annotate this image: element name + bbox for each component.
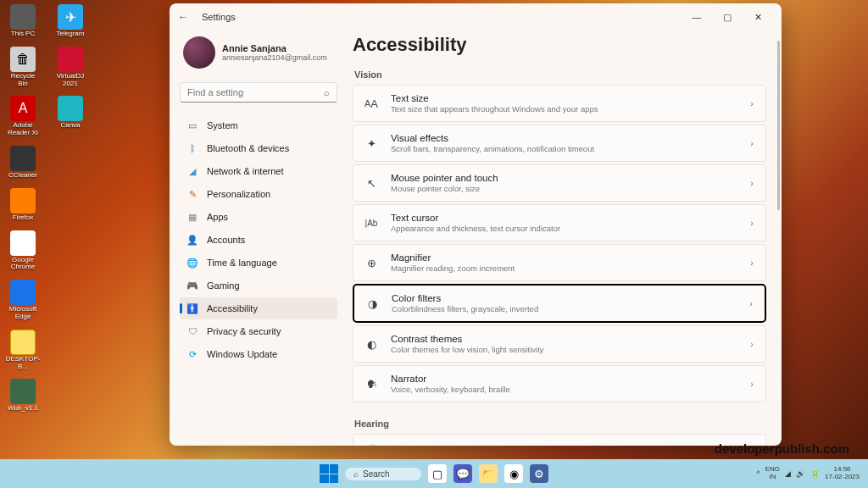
section-hearing: Hearing xyxy=(353,419,766,434)
nav-network-internet[interactable]: ◢Network & internet xyxy=(180,160,337,182)
desktop: This PC ✈Telegram 🗑Recycle Bin VirtualDJ… xyxy=(7,4,86,413)
chevron-right-icon: › xyxy=(750,178,754,188)
grid-icon: ▦ xyxy=(186,211,198,223)
desktop-icon-virtualdj[interactable]: VirtualDJ 2021 xyxy=(54,47,86,88)
audio-icon: 🔊 xyxy=(364,442,379,446)
nav-accessibility[interactable]: 🚹Accessibility xyxy=(180,297,337,319)
search-icon: ⌕ xyxy=(353,469,359,479)
chevron-right-icon: › xyxy=(750,258,754,268)
taskbar-search[interactable]: ⌕Search xyxy=(345,468,421,480)
page-title: Accessibility xyxy=(353,30,766,69)
chevron-right-icon: › xyxy=(750,379,754,389)
chevron-right-icon: › xyxy=(750,138,754,148)
search-input[interactable] xyxy=(187,87,324,97)
card-magnifier[interactable]: ⊕ MagnifierMagnifier reading, zoom incre… xyxy=(353,244,766,281)
chat-icon[interactable]: 💬 xyxy=(453,464,472,483)
minimize-button[interactable]: — xyxy=(682,5,712,29)
nav-system[interactable]: ▭System xyxy=(180,114,337,136)
card-narrator[interactable]: 🗣 NarratorVoice, verbosity, keyboard, br… xyxy=(353,365,766,402)
card-audio[interactable]: 🔊 Audio › xyxy=(353,434,766,446)
globe-icon: 🌐 xyxy=(186,257,198,269)
system-icon: ▭ xyxy=(186,119,198,131)
taskview-icon[interactable]: ▢ xyxy=(428,464,447,483)
text-cursor-icon: |Ab xyxy=(364,215,379,230)
titlebar: ← Settings — ▢ ✕ xyxy=(170,3,782,30)
chrome-taskbar-icon[interactable]: ◉ xyxy=(504,464,523,483)
explorer-icon[interactable]: 📁 xyxy=(479,464,498,483)
chevron-right-icon: › xyxy=(750,339,754,349)
desktop-icon-edge[interactable]: Microsoft Edge xyxy=(7,280,39,321)
desktop-icon-chrome[interactable]: Google Chrome xyxy=(7,230,39,272)
card-contrast-themes[interactable]: ◐ Contrast themesColor themes for low vi… xyxy=(353,325,766,363)
desktop-icon-ccleaner[interactable]: CCleaner xyxy=(7,146,39,180)
tray-chevron-icon[interactable]: ^ xyxy=(757,469,760,478)
system-tray: ^ ENGIN ◢ 🔊 🔋 14:5617-02-2023 xyxy=(757,466,860,481)
brush-icon: ✎ xyxy=(186,188,198,200)
nav-windows-update[interactable]: ⟳Windows Update xyxy=(180,343,337,365)
update-icon: ⟳ xyxy=(186,348,198,360)
nav-privacy-security[interactable]: 🛡Privacy & security xyxy=(180,320,337,342)
desktop-icon-desktop-shortcut[interactable]: DESKTOP-B... xyxy=(7,330,39,371)
profile[interactable]: Annie Sanjana anniesanjana2104@gmail.com xyxy=(180,34,337,77)
chevron-right-icon: › xyxy=(750,98,754,108)
bluetooth-icon: ᛒ xyxy=(186,142,198,154)
settings-window: ← Settings — ▢ ✕ Annie Sanjana anniesanj… xyxy=(170,3,782,446)
desktop-icon-adobe-reader[interactable]: AAdobe Reader XI xyxy=(7,96,39,137)
desktop-icon-wub[interactable]: Wub_v1.1 xyxy=(7,379,39,413)
desktop-icon-telegram[interactable]: ✈Telegram xyxy=(54,4,86,38)
narrator-icon: 🗣 xyxy=(364,376,379,391)
card-text-size[interactable]: AA Text sizeText size that appears throu… xyxy=(353,85,766,122)
back-button[interactable]: ← xyxy=(178,11,193,23)
color-filter-icon: ◑ xyxy=(364,296,380,311)
sidebar: Annie Sanjana anniesanjana2104@gmail.com… xyxy=(170,30,348,446)
card-mouse-pointer[interactable]: ↖ Mouse pointer and touchMouse pointer c… xyxy=(353,164,766,202)
card-color-filters[interactable]: ◑ Color filtersColorblindness filters, g… xyxy=(353,284,766,323)
desktop-icon-this-pc[interactable]: This PC xyxy=(7,4,39,38)
settings-taskbar-icon[interactable]: ⚙ xyxy=(530,464,548,483)
window-title: Settings xyxy=(202,12,236,22)
battery-tray-icon[interactable]: 🔋 xyxy=(810,469,820,478)
volume-tray-icon[interactable]: 🔊 xyxy=(796,469,805,478)
desktop-icon-canva[interactable]: Canva xyxy=(54,96,86,137)
card-visual-effects[interactable]: ✦ Visual effectsScroll bars, transparenc… xyxy=(353,125,766,162)
accessibility-icon: 🚹 xyxy=(186,302,198,314)
sparkle-icon: ✦ xyxy=(364,136,379,151)
nav-apps[interactable]: ▦Apps xyxy=(180,206,337,228)
desktop-icon-firefox[interactable]: Firefox xyxy=(7,188,39,222)
person-icon: 👤 xyxy=(186,234,198,246)
nav-personalization[interactable]: ✎Personalization xyxy=(180,183,337,205)
chevron-right-icon: › xyxy=(749,298,753,308)
maximize-button[interactable]: ▢ xyxy=(712,5,743,29)
nav-bluetooth-devices[interactable]: ᛒBluetooth & devices xyxy=(180,137,337,159)
shield-icon: 🛡 xyxy=(186,325,198,337)
taskbar: ⌕Search ▢ 💬 📁 ◉ ⚙ ^ ENGIN ◢ 🔊 🔋 14:5617-… xyxy=(0,459,868,488)
text-size-icon: AA xyxy=(364,96,379,111)
avatar xyxy=(183,36,215,69)
nav-time-language[interactable]: 🌐Time & language xyxy=(180,252,337,274)
section-vision: Vision xyxy=(353,69,766,85)
desktop-icon-recycle-bin[interactable]: 🗑Recycle Bin xyxy=(7,47,39,88)
wifi-tray-icon[interactable]: ◢ xyxy=(785,469,791,478)
start-button[interactable] xyxy=(320,464,338,483)
contrast-icon: ◐ xyxy=(364,336,379,352)
gamepad-icon: 🎮 xyxy=(186,280,198,291)
chevron-right-icon: › xyxy=(750,218,754,228)
wifi-icon: ◢ xyxy=(186,165,198,177)
search-box[interactable]: ⌕ xyxy=(180,82,337,103)
nav-accounts[interactable]: 👤Accounts xyxy=(180,229,337,251)
watermark: developerpublish.com xyxy=(715,441,849,456)
search-icon: ⌕ xyxy=(324,87,330,97)
profile-email: anniesanjana2104@gmail.com xyxy=(222,53,327,62)
close-button[interactable]: ✕ xyxy=(743,5,773,29)
main-content: Accessibility Vision AA Text sizeText si… xyxy=(348,30,782,446)
nav: ▭System ᛒBluetooth & devices ◢Network & … xyxy=(180,114,337,365)
nav-gaming[interactable]: 🎮Gaming xyxy=(180,274,337,297)
language-indicator[interactable]: ENGIN xyxy=(765,466,780,481)
clock[interactable]: 14:5617-02-2023 xyxy=(825,466,860,481)
scrollbar[interactable] xyxy=(777,41,780,210)
card-text-cursor[interactable]: |Ab Text cursorAppearance and thickness,… xyxy=(353,204,766,241)
profile-name: Annie Sanjana xyxy=(222,43,327,53)
magnifier-icon: ⊕ xyxy=(364,255,379,270)
pointer-icon: ↖ xyxy=(364,175,379,191)
